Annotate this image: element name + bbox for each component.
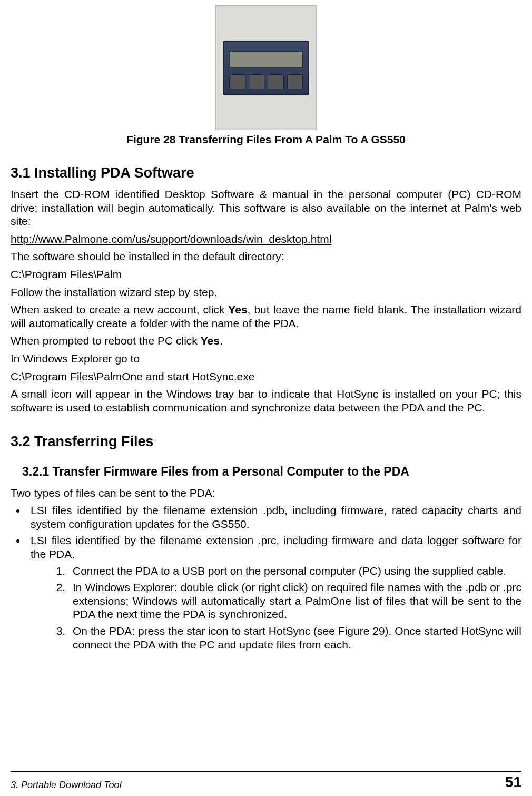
paragraph: The software should be installed in the … xyxy=(11,250,521,263)
paragraph: When asked to create a new account, clic… xyxy=(11,303,521,330)
list-item: Connect the PDA to a USB port on the per… xyxy=(68,564,521,578)
device-illustration xyxy=(223,41,309,95)
text-run: When asked to create a new account, clic… xyxy=(11,303,228,316)
bullet-list: LSI files identified by the filename ext… xyxy=(11,504,521,651)
heading-3-2: 3.2 Transferring Files xyxy=(11,434,521,450)
paragraph: Two types of files can be sent to the PD… xyxy=(11,486,521,500)
heading-3-1: 3.1 Installing PDA Software xyxy=(11,165,521,181)
page-footer: 3. Portable Download Tool 51 xyxy=(11,771,521,791)
paragraph: When prompted to reboot the PC click Yes… xyxy=(11,334,521,348)
directory-path: C:\Program Files\PalmOne and start HotSy… xyxy=(11,370,521,384)
list-item: In Windows Explorer: double click (or ri… xyxy=(68,581,521,621)
paragraph: A small icon will appear in the Windows … xyxy=(11,387,521,414)
heading-3-2-1: 3.2.1 Transfer Firmware Files from a Per… xyxy=(22,465,521,479)
footer-section-title: 3. Portable Download Tool xyxy=(11,780,121,791)
paragraph: Follow the installation wizard step by s… xyxy=(11,286,521,299)
list-item: LSI files identified by the filename ext… xyxy=(26,534,521,651)
paragraph: In Windows Explorer go to xyxy=(11,352,521,366)
numbered-list: Connect the PDA to a USB port on the per… xyxy=(53,564,521,652)
figure-image-placeholder xyxy=(215,5,317,130)
page-number: 51 xyxy=(505,774,521,791)
document-page: Figure 28 Transferring Files From A Palm… xyxy=(0,5,532,796)
bold-text: Yes xyxy=(228,303,247,316)
bold-text: Yes xyxy=(201,335,220,347)
url-text: http://www.Palmone.com/us/support/downlo… xyxy=(11,232,521,246)
text-run: When prompted to reboot the PC click xyxy=(11,335,201,347)
paragraph: Insert the CD-ROM identified Desktop Sof… xyxy=(11,188,521,228)
text-run: . xyxy=(220,335,223,347)
list-item: LSI files identified by the filename ext… xyxy=(26,504,521,530)
text-run: LSI files identified by the filename ext… xyxy=(31,534,521,560)
list-item: On the PDA: press the star icon to start… xyxy=(68,624,521,651)
figure-caption: Figure 28 Transferring Files From A Palm… xyxy=(11,133,521,146)
directory-path: C:\Program Files\Palm xyxy=(11,268,521,281)
